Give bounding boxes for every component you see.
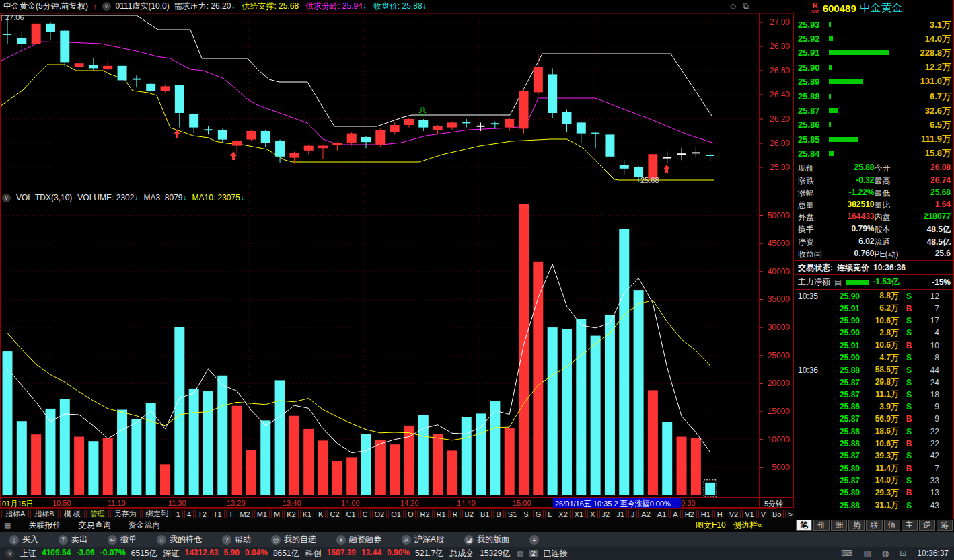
- toolbar-卖出-button[interactable]: ⤒卖出: [59, 534, 87, 545]
- quick-tab-C2[interactable]: C2: [327, 510, 342, 518]
- indicator-tab-0[interactable]: 指标A: [1, 510, 29, 518]
- quick-tab-O1[interactable]: O1: [388, 510, 404, 518]
- tick-row[interactable]: 25.8929.3万B13: [795, 487, 953, 499]
- quick-tab-R2[interactable]: R2: [417, 510, 432, 518]
- tick-row[interactable]: 25.904.7万S8: [795, 352, 953, 364]
- tick-row[interactable]: 25.8714.0万S33: [795, 475, 953, 487]
- monitor-icon[interactable]: ⊡: [900, 549, 906, 558]
- toolbar-我的版面-button[interactable]: ◪我的版面: [464, 534, 509, 545]
- tick-row[interactable]: 10:3525.908.8万S12: [795, 290, 953, 302]
- panel-tab-细[interactable]: 细: [831, 520, 847, 531]
- ask-row[interactable]: 25.9214.0万: [795, 32, 953, 46]
- toolbar-帮助-button[interactable]: ?帮助: [222, 534, 251, 545]
- quick-tab-B2[interactable]: B2: [462, 510, 476, 518]
- quick-tab-H[interactable]: H: [714, 510, 725, 518]
- quick-tab-J1[interactable]: J1: [614, 510, 627, 518]
- quick-tab-V[interactable]: V: [758, 510, 768, 518]
- bid-row[interactable]: 25.886.7万: [795, 89, 953, 104]
- tick-row[interactable]: 25.863.9万S9: [795, 401, 953, 413]
- quick-tab-R[interactable]: R: [450, 510, 461, 518]
- tick-row[interactable]: 25.8810.6万B22: [795, 438, 953, 450]
- list-icon[interactable]: ▤: [834, 278, 842, 287]
- tick-row[interactable]: 25.8756.9万B9: [795, 413, 953, 425]
- quick-link-0[interactable]: 关联报价: [28, 520, 61, 531]
- quick-tab-C1[interactable]: C1: [344, 510, 359, 518]
- bid-row[interactable]: 25.85111.9万: [795, 132, 953, 147]
- tick-row[interactable]: 25.902.8万S4: [795, 327, 953, 339]
- index-1[interactable]: 深证14312.635.900.04%8651亿: [163, 548, 299, 559]
- quick-tab-K2[interactable]: K2: [284, 510, 298, 518]
- quick-tab-4[interactable]: 4: [184, 510, 194, 518]
- quick-tab-X[interactable]: X: [587, 510, 597, 518]
- tick-row[interactable]: 25.8739.3万S42: [795, 450, 953, 462]
- tick-row[interactable]: 25.9110.6万B10: [795, 339, 953, 352]
- quick-tab-O2[interactable]: O2: [372, 510, 388, 518]
- restore-window-icon[interactable]: ⧉: [743, 1, 749, 11]
- toolbar-我的自选-button[interactable]: ◎我的自选: [271, 534, 316, 545]
- quick-tab-X1[interactable]: X1: [572, 510, 586, 518]
- quick-tab-A[interactable]: A: [670, 510, 680, 518]
- tick-row[interactable]: 25.8831.1万S43: [795, 499, 953, 511]
- tick-row[interactable]: 25.916.2万B7: [795, 303, 953, 315]
- panel-tab-逆[interactable]: 逆: [919, 520, 935, 531]
- quick-tab-M2[interactable]: M2: [237, 510, 252, 518]
- tick-row[interactable]: 25.9010.6万S17: [795, 315, 953, 327]
- quick-tab-A1[interactable]: A1: [655, 510, 669, 518]
- quick-tab-H2[interactable]: H2: [682, 510, 697, 518]
- sidebar-toggle[interactable]: 侧边栏«: [733, 520, 762, 531]
- toolbar-沪深A股-button[interactable]: A沪深A股: [402, 534, 444, 545]
- tick-row[interactable]: 25.8729.8万S24: [795, 376, 953, 388]
- quick-tab-C[interactable]: C: [360, 510, 371, 518]
- quick-tab-A2[interactable]: A2: [638, 510, 653, 518]
- panel-tab-筹[interactable]: 筹: [937, 520, 953, 531]
- tick-row[interactable]: 10:3625.8858.5万S44: [795, 364, 953, 376]
- quick-tab-M1[interactable]: M1: [254, 510, 270, 518]
- quick-tab-V1[interactable]: V1: [742, 510, 756, 518]
- bid-row[interactable]: 25.866.5万: [795, 118, 953, 132]
- f10-link[interactable]: 图文F10: [696, 520, 726, 531]
- quick-tab-K[interactable]: K: [316, 510, 326, 518]
- panel-icon[interactable]: ▥: [863, 549, 871, 558]
- quick-tab-B1[interactable]: B1: [478, 510, 492, 518]
- indicator-collapse-icon[interactable]: ∨: [102, 2, 111, 11]
- tick-list[interactable]: 10:3525.908.8万S1225.916.2万B725.9010.6万S1…: [795, 290, 953, 511]
- quick-tab-L[interactable]: L: [545, 510, 554, 518]
- tick-row[interactable]: 25.8618.6万S22: [795, 426, 953, 438]
- ask-row[interactable]: 25.89131.0万: [795, 75, 953, 89]
- quick-tab-J[interactable]: J: [628, 510, 638, 518]
- index-2[interactable]: 科创1507.3913.440.90%521.7亿: [305, 548, 443, 559]
- satellite-icon[interactable]: ◍: [882, 549, 889, 558]
- quick-tab-K1[interactable]: K1: [300, 510, 314, 518]
- keyboard-icon[interactable]: ⌨: [841, 549, 852, 558]
- quick-tab-1[interactable]: 1: [174, 510, 183, 518]
- panel-tab-值[interactable]: 值: [884, 520, 900, 531]
- quick-tab-G[interactable]: G: [533, 510, 544, 518]
- toolbar-撤单-button[interactable]: ↩撤单: [108, 534, 137, 545]
- diamond-icon[interactable]: ◇: [730, 1, 736, 11]
- panel-tab-价[interactable]: 价: [813, 520, 830, 531]
- indicator-tab-5[interactable]: 绑定到: [142, 510, 172, 518]
- index-0[interactable]: 上证4109.54-3.06-0.07%6515亿: [20, 548, 157, 559]
- vol-collapse-icon[interactable]: ∨: [2, 194, 11, 202]
- ask-row[interactable]: 25.91228.8万: [795, 46, 953, 60]
- tick-row[interactable]: 25.8911.4万B7: [795, 463, 953, 475]
- bid-row[interactable]: 25.8415.8万: [795, 147, 953, 161]
- quick-tab-Bo[interactable]: Bo: [770, 510, 784, 518]
- panel-tab-联[interactable]: 联: [866, 520, 882, 531]
- quick-tab-B[interactable]: B: [493, 510, 503, 518]
- panel-tab-主[interactable]: 主: [902, 520, 918, 531]
- ask-row[interactable]: 25.933.1万: [795, 17, 953, 32]
- status-expand-icon[interactable]: ∨: [5, 549, 14, 558]
- indicator-tab-1[interactable]: 指标B: [30, 510, 58, 518]
- tick-row[interactable]: 25.8711.1万S18: [795, 389, 953, 401]
- indicator-tab-4[interactable]: 另存为: [110, 510, 141, 518]
- quick-tab-O[interactable]: O: [405, 510, 416, 518]
- toolbar-买入-button[interactable]: ⤓买入: [9, 534, 38, 545]
- indicator-tab-3[interactable]: 管理: [86, 510, 109, 518]
- quick-tab-J2[interactable]: J2: [599, 510, 613, 518]
- quick-tab-T1[interactable]: T1: [211, 510, 225, 518]
- quick-link-1[interactable]: 交易查询: [78, 520, 110, 531]
- ask-row[interactable]: 25.9012.2万: [795, 61, 953, 75]
- toolbar-我的持仓-button[interactable]: ⌂我的持仓: [157, 534, 202, 545]
- quick-tab-X2[interactable]: X2: [556, 510, 570, 518]
